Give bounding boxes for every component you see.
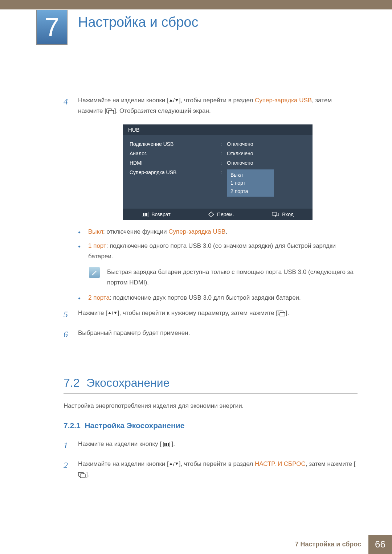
note-icon (89, 267, 100, 278)
svg-text:/: / (173, 98, 175, 103)
chapter-title: Настройка и сброс (78, 15, 198, 30)
step-5: 5 Нажмите [/], чтобы перейти к нужному п… (64, 307, 358, 322)
hub-osd-panel: HUB Подключение USB : Отключено Аналог. … (123, 124, 313, 220)
up-down-icon: / (107, 310, 118, 316)
svg-rect-12 (164, 443, 166, 446)
highlight-text: Супер-зарядка USB (255, 97, 312, 104)
step-number: 1 (64, 438, 78, 453)
hub-row: Аналог. : Отключено (130, 149, 306, 158)
step-text: Нажимайте на изделии кнопки [/], чтобы п… (78, 94, 358, 116)
page-footer: 7 Настройка и сброс 66 (287, 535, 392, 554)
step-number: 5 (64, 307, 78, 322)
enter-icon (106, 108, 114, 114)
bullet-dot: ● (78, 241, 88, 262)
chapter-number: 7 (45, 12, 59, 42)
hub-header: HUB (123, 124, 313, 135)
hub-dropdown: Выкл 1 порт 2 порта (227, 169, 274, 197)
header-line (73, 40, 363, 40)
bullet-item: ● 2 порта: подключение двух портов USB 3… (78, 293, 358, 303)
hub-footer: Возврат Перем. Вход (123, 209, 313, 220)
step-number: 6 (64, 327, 78, 342)
hub-row-active: Супер-зарядка USB : Выкл 1 порт 2 порта (130, 168, 306, 198)
step-7-2-1-1: 1 Нажмите на изделии кнопку [ ]. (64, 438, 358, 453)
svg-rect-13 (166, 443, 167, 446)
footer-enter: Вход (272, 212, 294, 217)
enter-icon (78, 471, 86, 478)
footer-back: Возврат (142, 212, 171, 217)
section-line (64, 393, 358, 394)
svg-rect-2 (109, 110, 114, 114)
bullet-item: ● 1 порт: подключение одного порта USB 3… (78, 241, 358, 262)
hub-row: Подключение USB : Отключено (130, 139, 306, 149)
step-7-2-1-2: 2 Нажимайте на изделии кнопки [/], чтобы… (64, 458, 358, 480)
content-area: 4 Нажимайте на изделии кнопки [/], чтобы… (64, 94, 358, 485)
step-4: 4 Нажимайте на изделии кнопки [/], чтобы… (64, 94, 358, 116)
svg-rect-14 (168, 443, 169, 446)
step-6: 6 Выбранный параметр будет применен. (64, 327, 358, 342)
footer-page-number: 66 (368, 535, 392, 554)
svg-text:/: / (173, 461, 175, 467)
step-number: 2 (64, 458, 78, 480)
up-down-icon: / (169, 98, 179, 103)
section-number: 7.2 (64, 376, 79, 389)
svg-rect-17 (80, 474, 85, 478)
menu-icon (142, 212, 148, 217)
note-block: Быстрая зарядка батареи доступна только … (89, 267, 358, 288)
chapter-number-badge: 7 (36, 10, 68, 45)
footer-text: 7 Настройка и сброс (287, 535, 368, 554)
svg-rect-6 (146, 213, 147, 216)
bullet-dot: ● (78, 293, 88, 303)
svg-text:/: / (112, 310, 113, 316)
bullet-item: ● Выкл: отключение функции Супер-зарядка… (78, 227, 358, 237)
svg-rect-5 (145, 213, 146, 216)
menu-icon (163, 442, 170, 447)
bullet-dot: ● (78, 227, 88, 237)
top-bar (0, 0, 392, 9)
up-down-icon: / (169, 461, 179, 467)
enter-icon (278, 310, 286, 316)
subsection-7-2-1: 7.2.1 Настройка Экосохранение (64, 421, 358, 430)
section-desc: Настройка энергопотребления изделия для … (64, 402, 358, 410)
enter-icon (272, 212, 279, 217)
section-title: Экосохранение (86, 376, 170, 389)
svg-rect-4 (143, 213, 144, 216)
diamond-icon (208, 212, 214, 217)
hub-body: Подключение USB : Отключено Аналог. : От… (123, 135, 313, 209)
svg-rect-10 (280, 312, 285, 316)
footer-move: Перем. (208, 212, 234, 217)
section-7-2: 7.2 Экосохранение Настройка энергопотреб… (64, 376, 358, 480)
step-number: 4 (64, 94, 78, 116)
hub-row: HDMI : Отключено (130, 158, 306, 168)
